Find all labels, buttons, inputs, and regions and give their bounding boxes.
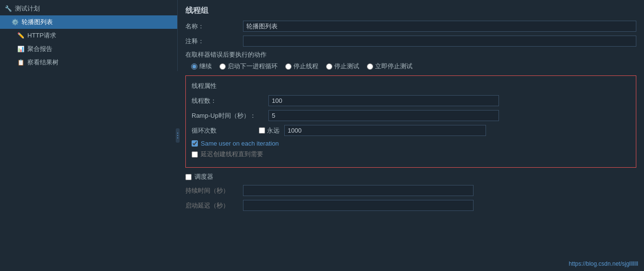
sidebar-resize-handle[interactable] bbox=[176, 128, 180, 143]
rampup-label: Ramp-Up时间（秒）： bbox=[192, 111, 268, 120]
radio-stop-thread-input[interactable] bbox=[285, 63, 292, 70]
sidebar-item-aggregate-report-label: 聚合报告 bbox=[27, 45, 52, 53]
rampup-row: Ramp-Up时间（秒）： bbox=[192, 110, 630, 121]
comment-row: 注释： bbox=[185, 36, 636, 47]
name-row: 名称： bbox=[185, 21, 636, 32]
thread-count-input[interactable] bbox=[268, 95, 499, 106]
same-user-row: Same user on each iteration bbox=[192, 140, 630, 147]
radio-stop-test-now-input[interactable] bbox=[367, 63, 373, 70]
radio-group: 继续 启动下一进程循环 停止线程 停止测试 立即停止测试 bbox=[185, 62, 636, 71]
section-title: 线程组 bbox=[185, 6, 636, 16]
scheduler-row: 调度器 bbox=[185, 172, 636, 181]
same-user-checkbox[interactable] bbox=[192, 140, 198, 147]
radio-stop-test-now-label: 立即停止测试 bbox=[375, 62, 413, 71]
thread-count-label: 线程数： bbox=[192, 97, 268, 105]
sidebar-item-http-request[interactable]: ✏️ HTTP请求 bbox=[0, 29, 177, 42]
sidebar-item-test-plan-label: 测试计划 bbox=[15, 4, 40, 13]
delay-create-thread-row: 延迟创建线程直到需要 bbox=[192, 150, 630, 159]
start-delay-label: 启动延迟（秒） bbox=[185, 201, 243, 210]
view-results-tree-icon: 📋 bbox=[17, 59, 24, 66]
start-delay-row: 启动延迟（秒） bbox=[185, 200, 636, 211]
start-delay-input[interactable] bbox=[243, 200, 474, 211]
sidebar: 🔧 测试计划 ⚙️ 轮播图列表 ✏️ HTTP请求 📊 聚合报告 📋 察看结果树 bbox=[0, 0, 178, 71]
duration-row: 持续时间（秒） bbox=[185, 185, 636, 196]
radio-start-next-loop-input[interactable] bbox=[219, 63, 226, 70]
radio-continue[interactable]: 继续 bbox=[191, 62, 212, 71]
duration-input[interactable] bbox=[243, 185, 474, 196]
footer-link: https://blog.csdn.net/sjglllllll bbox=[569, 260, 638, 267]
rampup-input[interactable] bbox=[268, 110, 499, 121]
radio-stop-test-now[interactable]: 立即停止测试 bbox=[367, 62, 413, 71]
content-area: 线程组 名称： 注释： 在取样器错误后要执行的动作 继续 启动下一进程循环 bbox=[178, 0, 644, 271]
scheduler-section: 调度器 持续时间（秒） 启动延迟（秒） bbox=[185, 172, 636, 211]
sidebar-item-carousel-list-label: 轮播图列表 bbox=[22, 18, 53, 26]
sidebar-item-carousel-list[interactable]: ⚙️ 轮播图列表 bbox=[0, 15, 177, 29]
comment-label: 注释： bbox=[185, 37, 243, 46]
delay-create-thread-checkbox[interactable] bbox=[192, 151, 198, 158]
thread-props-box: 线程属性 线程数： Ramp-Up时间（秒）： 循环次数 永远 bbox=[185, 75, 636, 168]
scheduler-checkbox[interactable] bbox=[185, 174, 192, 180]
radio-stop-test-input[interactable] bbox=[326, 63, 332, 70]
delay-create-thread-label: 延迟创建线程直到需要 bbox=[201, 150, 263, 159]
aggregate-report-icon: 📊 bbox=[17, 46, 24, 52]
loop-forever-label: 永远 bbox=[267, 126, 279, 135]
thread-props-title: 线程属性 bbox=[192, 82, 630, 90]
loop-count-row: 循环次数 永远 bbox=[192, 125, 630, 136]
radio-start-next-loop[interactable]: 启动下一进程循环 bbox=[219, 62, 278, 71]
action-section: 在取样器错误后要执行的动作 继续 启动下一进程循环 停止线程 停止测试 bbox=[185, 50, 636, 71]
loop-count-label: 循环次数 bbox=[192, 126, 254, 135]
scheduler-label: 调度器 bbox=[194, 172, 213, 181]
duration-label: 持续时间（秒） bbox=[185, 186, 243, 195]
same-user-label: Same user on each iteration bbox=[201, 140, 279, 147]
sidebar-item-view-results-tree-label: 察看结果树 bbox=[27, 58, 59, 67]
sidebar-item-aggregate-report[interactable]: 📊 聚合报告 bbox=[0, 42, 177, 56]
divider-dot-1 bbox=[177, 133, 178, 134]
loop-forever-checkbox[interactable] bbox=[259, 127, 265, 134]
radio-stop-thread[interactable]: 停止线程 bbox=[285, 62, 318, 71]
loop-count-input[interactable] bbox=[284, 125, 486, 136]
divider-dot-2 bbox=[177, 135, 178, 136]
name-label: 名称： bbox=[185, 22, 243, 31]
radio-continue-label: 继续 bbox=[199, 62, 212, 71]
name-input[interactable] bbox=[243, 21, 636, 32]
radio-stop-test[interactable]: 停止测试 bbox=[326, 62, 359, 71]
thread-count-row: 线程数： bbox=[192, 95, 630, 106]
sidebar-item-test-plan[interactable]: 🔧 测试计划 bbox=[0, 2, 177, 15]
test-plan-icon: 🔧 bbox=[5, 5, 12, 12]
http-request-icon: ✏️ bbox=[17, 32, 24, 39]
carousel-list-icon: ⚙️ bbox=[12, 19, 19, 25]
divider-dot-3 bbox=[177, 137, 178, 138]
sidebar-item-http-request-label: HTTP请求 bbox=[27, 31, 56, 40]
loop-forever-checkbox-item[interactable]: 永远 bbox=[259, 126, 279, 135]
radio-continue-input[interactable] bbox=[191, 63, 197, 70]
radio-start-next-loop-label: 启动下一进程循环 bbox=[228, 62, 278, 71]
comment-input[interactable] bbox=[243, 36, 636, 47]
radio-stop-test-label: 停止测试 bbox=[334, 62, 359, 71]
radio-stop-thread-label: 停止线程 bbox=[293, 62, 318, 71]
action-label: 在取样器错误后要执行的动作 bbox=[185, 50, 636, 59]
sidebar-item-view-results-tree[interactable]: 📋 察看结果树 bbox=[0, 56, 177, 69]
